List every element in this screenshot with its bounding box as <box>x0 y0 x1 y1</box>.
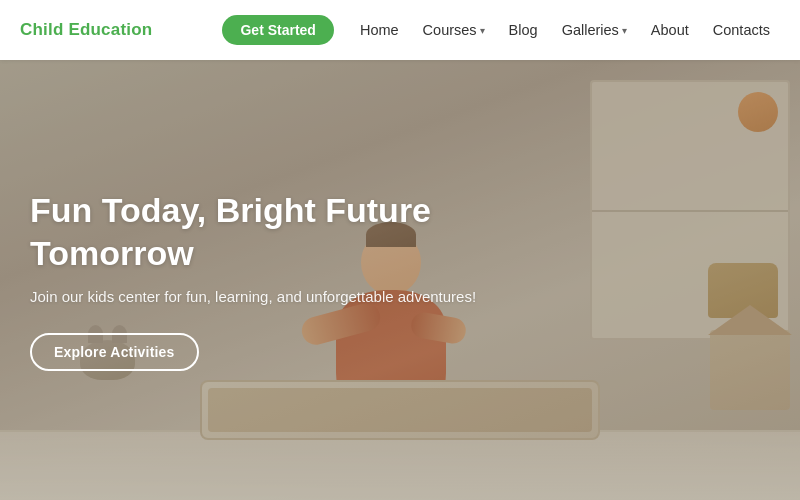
nav-item-galleries[interactable]: Galleries ▾ <box>552 16 637 44</box>
nav-link-contacts[interactable]: Contacts <box>703 16 780 44</box>
nav-link-home[interactable]: Home <box>350 16 409 44</box>
nav-item-about[interactable]: About <box>641 16 699 44</box>
nav-item-blog[interactable]: Blog <box>499 16 548 44</box>
nav-item-courses[interactable]: Courses ▾ <box>413 16 495 44</box>
hero-title: Fun Today, Bright Future Tomorrow <box>30 189 510 274</box>
chevron-down-icon: ▾ <box>622 25 627 36</box>
nav-links: Home Courses ▾ Blog Galleries ▾ <box>350 16 780 44</box>
get-started-button[interactable]: Get Started <box>222 15 333 45</box>
nav-link-courses[interactable]: Courses ▾ <box>413 16 495 44</box>
hero-section: Fun Today, Bright Future Tomorrow Join o… <box>0 60 800 500</box>
main-nav: Get Started Home Courses ▾ Blog <box>222 15 780 45</box>
logo: Child Education <box>20 20 152 40</box>
nav-item-home[interactable]: Home <box>350 16 409 44</box>
nav-link-galleries[interactable]: Galleries ▾ <box>552 16 637 44</box>
nav-item-contacts[interactable]: Contacts <box>703 16 780 44</box>
nav-link-blog[interactable]: Blog <box>499 16 548 44</box>
nav-link-about[interactable]: About <box>641 16 699 44</box>
explore-activities-button[interactable]: Explore Activities <box>30 333 199 371</box>
header: Child Education Get Started Home Courses… <box>0 0 800 60</box>
hero-content: Fun Today, Bright Future Tomorrow Join o… <box>30 189 510 371</box>
chevron-down-icon: ▾ <box>480 25 485 36</box>
hero-subtitle: Join our kids center for fun, learning, … <box>30 288 510 305</box>
